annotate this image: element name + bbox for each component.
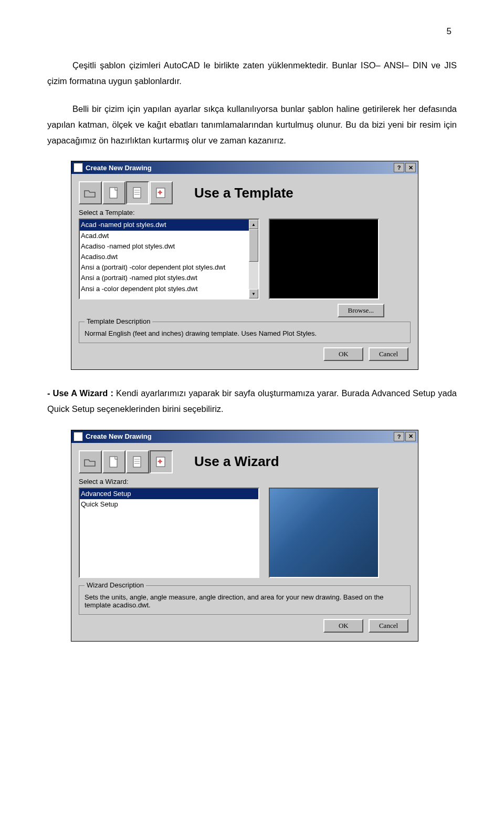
template-sheet-icon bbox=[132, 456, 143, 468]
page-number: 5 bbox=[47, 26, 457, 37]
template-sheet-icon bbox=[132, 187, 143, 199]
ok-button[interactable]: OK bbox=[323, 619, 363, 633]
blank-sheet-button[interactable] bbox=[102, 450, 125, 473]
toolbar: Use a Wizard bbox=[79, 450, 411, 473]
wizard-sparkle-icon bbox=[155, 187, 167, 199]
template-listbox[interactable]: Acad -named plot styles.dwt Acad.dwt Aca… bbox=[79, 219, 259, 299]
svg-rect-1 bbox=[133, 188, 141, 198]
scroll-up-icon[interactable]: ▲ bbox=[249, 220, 258, 229]
dialog-heading: Use a Wizard bbox=[173, 453, 411, 470]
titlebar: Create New Drawing ? ✕ bbox=[71, 161, 418, 174]
wizard-sparkle-icon bbox=[155, 456, 167, 468]
help-button[interactable]: ? bbox=[394, 432, 404, 441]
use-a-wizard-label: - Use A Wizard bbox=[47, 388, 108, 398]
blank-sheet-icon bbox=[109, 187, 119, 199]
cancel-button[interactable]: Cancel bbox=[369, 619, 408, 633]
cancel-button[interactable]: Cancel bbox=[369, 347, 408, 361]
template-description-group: Template Description Normal English (fee… bbox=[79, 322, 411, 343]
list-item[interactable]: Ansi a (portrait) -color dependent plot … bbox=[80, 262, 249, 273]
open-icon-button[interactable] bbox=[79, 450, 102, 473]
template-description-text: Normal English (feet and inches) drawing… bbox=[85, 329, 317, 337]
wizard-listbox[interactable]: Advanced Setup Quick Setup bbox=[79, 488, 259, 578]
template-button[interactable] bbox=[126, 181, 149, 204]
select-wizard-label: Select a Wizard: bbox=[79, 478, 411, 486]
scroll-thumb[interactable] bbox=[249, 229, 258, 262]
paragraph-1: Çeşitli şablon çizimleri AutoCAD le birl… bbox=[47, 58, 457, 89]
open-icon-button[interactable] bbox=[79, 181, 102, 204]
dialog-title: Create New Drawing bbox=[86, 432, 152, 440]
list-item[interactable]: Quick Setup bbox=[80, 499, 258, 510]
app-icon bbox=[74, 432, 83, 441]
svg-rect-7 bbox=[133, 457, 141, 467]
paragraph-3: - Use A Wizard : Kendi ayarlarımızı yapa… bbox=[47, 386, 457, 417]
help-button[interactable]: ? bbox=[394, 163, 404, 172]
ok-button[interactable]: OK bbox=[323, 347, 363, 361]
titlebar: Create New Drawing ? ✕ bbox=[71, 430, 418, 443]
close-button[interactable]: ✕ bbox=[405, 432, 416, 441]
template-button[interactable] bbox=[126, 450, 149, 473]
list-item[interactable]: Acadiso -named plot styles.dwt bbox=[80, 241, 249, 252]
close-button[interactable]: ✕ bbox=[405, 163, 416, 172]
list-item[interactable]: Advanced Setup bbox=[80, 489, 258, 499]
dialog-create-new-drawing-wizard: Create New Drawing ? ✕ Use a Wizard bbox=[71, 430, 418, 642]
list-item[interactable]: Acad.dwt bbox=[80, 231, 249, 241]
svg-rect-6 bbox=[110, 457, 117, 467]
app-icon bbox=[74, 163, 83, 172]
select-template-label: Select a Template: bbox=[79, 209, 411, 216]
wizard-description-text: Sets the units, angle, angle measure, an… bbox=[85, 593, 383, 609]
folder-open-icon bbox=[83, 188, 97, 198]
folder-open-icon bbox=[83, 457, 97, 467]
toolbar: Use a Template bbox=[79, 181, 411, 204]
blank-sheet-button[interactable] bbox=[102, 181, 125, 204]
browse-button[interactable]: Browse... bbox=[338, 304, 384, 317]
dialog-heading: Use a Template bbox=[173, 185, 411, 201]
group-legend: Wizard Description bbox=[85, 581, 146, 589]
wizard-button[interactable] bbox=[150, 181, 173, 204]
separator: : bbox=[108, 388, 116, 398]
list-item[interactable]: Ansi a -color dependent plot styles.dwt bbox=[80, 284, 249, 294]
preview-pane bbox=[269, 219, 379, 299]
list-item[interactable]: Acadiso.dwt bbox=[80, 252, 249, 262]
wizard-description-group: Wizard Description Sets the units, angle… bbox=[79, 585, 411, 615]
blank-sheet-icon bbox=[109, 456, 119, 468]
scroll-down-icon[interactable]: ▼ bbox=[249, 289, 258, 298]
dialog-create-new-drawing-template: Create New Drawing ? ✕ Use a Template bbox=[71, 161, 418, 370]
paragraph-2: Belli bir çizim için yapılan ayarlar sık… bbox=[47, 101, 457, 148]
preview-pane bbox=[269, 488, 379, 578]
list-item[interactable]: Ansi a (portrait) -named plot styles.dwt bbox=[80, 273, 249, 283]
scrollbar[interactable]: ▲ ▼ bbox=[249, 220, 258, 298]
dialog-title: Create New Drawing bbox=[86, 164, 152, 172]
group-legend: Template Description bbox=[85, 317, 152, 325]
svg-rect-0 bbox=[110, 188, 117, 198]
wizard-button[interactable] bbox=[150, 450, 173, 473]
list-item[interactable]: Acad -named plot styles.dwt bbox=[80, 220, 249, 230]
